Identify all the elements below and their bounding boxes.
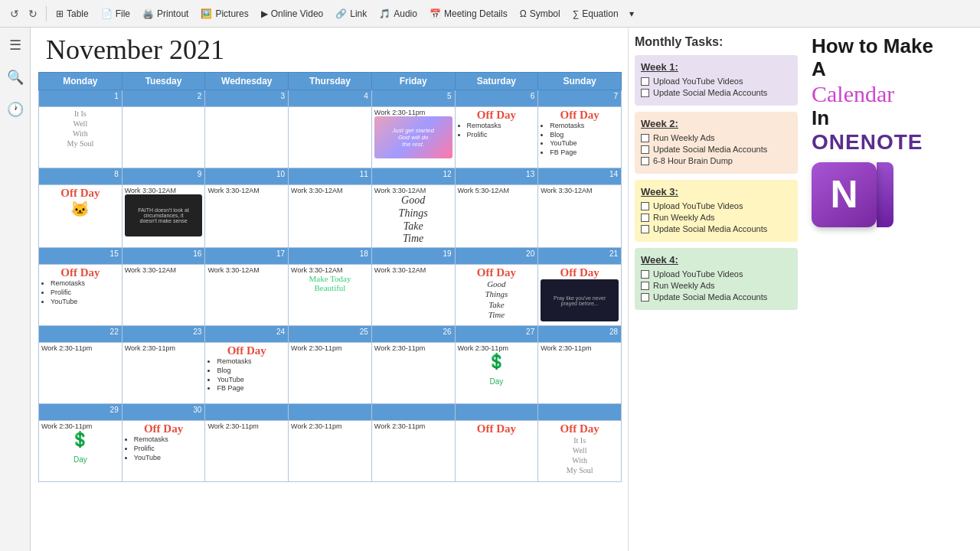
w1-sat-offday: Off Day bbox=[458, 109, 536, 122]
more-button[interactable]: ▾ bbox=[626, 6, 637, 21]
w4-wed-list: Remotasks Blog YouTube FB Page bbox=[207, 357, 286, 393]
task-checkbox-w1-1[interactable] bbox=[641, 77, 649, 86]
w3-thu-work: Work 3:30-12AM bbox=[291, 266, 369, 274]
undo-button[interactable]: ↺ bbox=[6, 5, 23, 22]
w3-thu-quote: Make TodayBeautiful bbox=[291, 274, 369, 292]
file-button[interactable]: 📄 File bbox=[96, 6, 135, 21]
week2-box: Week 2: Run Weekly Ads Update Social Med… bbox=[635, 112, 798, 174]
pictures-button[interactable]: 🖼️ Pictures bbox=[196, 6, 253, 21]
w4-sat-dollar: 💲Day bbox=[458, 352, 536, 388]
w2-wed-work: Work 3:30-12AM bbox=[207, 187, 286, 194]
week2-label: Week 2: bbox=[641, 118, 792, 129]
task-checkbox-w2-2[interactable] bbox=[641, 145, 649, 154]
week2-content-row: Off Day 🐱 Work 3:30-12AM FAITH doesn't l… bbox=[39, 185, 622, 248]
left-sidebar: ☰ 🔍 🕐 bbox=[0, 28, 31, 551]
w1-sat-list: Remotasks Prolific bbox=[458, 122, 536, 139]
sidebar-menu-icon[interactable]: ☰ bbox=[6, 34, 24, 57]
symbol-button[interactable]: Ω Symbol bbox=[515, 6, 565, 21]
w5-mon-cell: Work 2:30-11pm 💲Day bbox=[39, 421, 122, 482]
w4-mon-cell: Work 2:30-11pm bbox=[39, 343, 122, 404]
w5-thu-num bbox=[289, 404, 372, 421]
monthly-tasks-panel: Monthly Tasks: Week 1: Upload YouTube Vi… bbox=[628, 28, 804, 551]
w1-sun-offday: Off Day bbox=[541, 109, 619, 122]
week1-box: Week 1: Upload YouTube Videos Update Soc… bbox=[635, 55, 798, 106]
monthly-tasks-title: Monthly Tasks: bbox=[635, 35, 798, 49]
task-text-w1-2: Update Social Media Accounts bbox=[653, 88, 767, 97]
w2-sun-work: Work 3:30-12AM bbox=[541, 187, 619, 194]
day-header-monday: Monday bbox=[39, 73, 122, 90]
task-text-w3-1: Upload YouTube Videos bbox=[653, 201, 743, 210]
calendar-header-row: Monday Tuesday Wednesday Thursday Friday… bbox=[39, 73, 622, 90]
w2-wed-num: 10 bbox=[205, 168, 289, 185]
task-checkbox-w2-1[interactable] bbox=[641, 134, 649, 142]
sidebar-search-icon[interactable]: 🔍 bbox=[4, 66, 27, 89]
how-to-line4: In bbox=[812, 106, 829, 130]
link-icon: 🔗 bbox=[335, 8, 347, 19]
task-checkbox-w4-3[interactable] bbox=[641, 293, 649, 302]
w4-wed-offday: Off Day bbox=[207, 344, 286, 357]
task-checkbox-w2-3[interactable] bbox=[641, 157, 649, 165]
w4-sun-cell: Work 2:30-11pm bbox=[538, 343, 622, 404]
w1-thu-cell bbox=[289, 107, 372, 168]
equation-label: Equation bbox=[582, 8, 618, 19]
task-text-w2-1: Run Weekly Ads bbox=[653, 133, 715, 142]
w5-thu-work: Work 2:30-11pm bbox=[291, 422, 369, 430]
task-w3-3: Update Social Media Accounts bbox=[641, 224, 792, 233]
meeting-details-button[interactable]: 📅 Meeting Details bbox=[425, 6, 512, 21]
w2-mon-cell: Off Day 🐱 bbox=[39, 185, 122, 248]
equation-button[interactable]: ∑ Equation bbox=[568, 6, 623, 21]
w1-thu-num: 4 bbox=[289, 90, 372, 107]
task-w4-1: Upload YouTube Videos bbox=[641, 269, 792, 279]
w3-fri-work: Work 3:30-12AM bbox=[374, 266, 452, 274]
week1-content-row: It IsWellWithMy Soul Work 2:30-11pm Just… bbox=[39, 107, 622, 168]
undo-redo-group: ↺ ↻ bbox=[6, 5, 41, 22]
w3-fri-cell: Work 3:30-12AM bbox=[371, 265, 455, 326]
w4-tue-work: Work 2:30-11pm bbox=[125, 344, 203, 352]
w5-tue-list: Remotasks Prolific YouTube bbox=[125, 435, 203, 462]
main-area: ☰ 🔍 🕐 November 2021 Monday Tuesday Wedne… bbox=[0, 28, 980, 551]
online-video-button[interactable]: ▶ Online Video bbox=[256, 6, 328, 21]
task-checkbox-w3-2[interactable] bbox=[641, 214, 649, 222]
w2-sat-work: Work 5:30-12AM bbox=[458, 187, 536, 194]
week3-num-row: 15 16 17 18 19 20 21 bbox=[39, 248, 622, 265]
onenote-logo-area: N bbox=[812, 162, 893, 227]
sidebar-history-icon[interactable]: 🕐 bbox=[4, 98, 27, 121]
w1-fri-work: Work 2:30-11pm bbox=[374, 109, 452, 116]
onenote-n-letter: N bbox=[830, 175, 858, 214]
w2-tue-num: 9 bbox=[122, 168, 205, 185]
task-checkbox-w4-2[interactable] bbox=[641, 282, 649, 290]
w2-tue-work: Work 3:30-12AM bbox=[125, 187, 203, 194]
file-icon: 📄 bbox=[101, 8, 113, 19]
task-checkbox-w3-1[interactable] bbox=[641, 202, 649, 210]
task-checkbox-w1-2[interactable] bbox=[641, 89, 649, 97]
calendar-area: November 2021 Monday Tuesday Wednesday T… bbox=[31, 28, 628, 551]
table-icon: ⊞ bbox=[56, 8, 64, 19]
link-label: Link bbox=[350, 8, 367, 19]
w4-mon-num: 22 bbox=[39, 326, 122, 343]
task-checkbox-w3-3[interactable] bbox=[641, 225, 649, 233]
w5-fri-num bbox=[371, 404, 455, 421]
w3-tue-num: 16 bbox=[122, 248, 205, 265]
task-w2-1: Run Weekly Ads bbox=[641, 133, 792, 142]
printout-icon: 🖨️ bbox=[142, 8, 154, 19]
w3-thu-cell: Work 3:30-12AM Make TodayBeautiful bbox=[289, 265, 372, 326]
week3-box: Week 3: Upload YouTube Videos Run Weekly… bbox=[635, 180, 798, 242]
w2-mon-offday: Off Day bbox=[41, 187, 119, 200]
task-checkbox-w4-1[interactable] bbox=[641, 270, 649, 279]
table-label: Table bbox=[67, 8, 89, 19]
soul-text-1: It IsWellWithMy Soul bbox=[41, 109, 119, 148]
w5-sun-offday: Off Day bbox=[541, 422, 619, 435]
w1-sun-cell: Off Day Remotasks Blog YouTube FB Page bbox=[538, 107, 622, 168]
redo-button[interactable]: ↻ bbox=[24, 5, 41, 22]
how-to-line2: A bbox=[812, 57, 826, 81]
week4-box: Week 4: Upload YouTube Videos Run Weekly… bbox=[635, 248, 798, 310]
audio-label: Audio bbox=[394, 8, 417, 19]
w4-sun-num: 28 bbox=[538, 326, 622, 343]
link-button[interactable]: 🔗 Link bbox=[331, 6, 371, 21]
audio-icon: 🎵 bbox=[379, 8, 390, 19]
table-button[interactable]: ⊞ Table bbox=[51, 6, 93, 21]
audio-button[interactable]: 🎵 Audio bbox=[374, 6, 422, 21]
printout-button[interactable]: 🖨️ Printout bbox=[138, 6, 193, 21]
week4-num-row: 22 23 24 25 26 27 28 bbox=[39, 326, 622, 343]
task-text-w2-3: 6-8 Hour Brain Dump bbox=[653, 156, 733, 165]
